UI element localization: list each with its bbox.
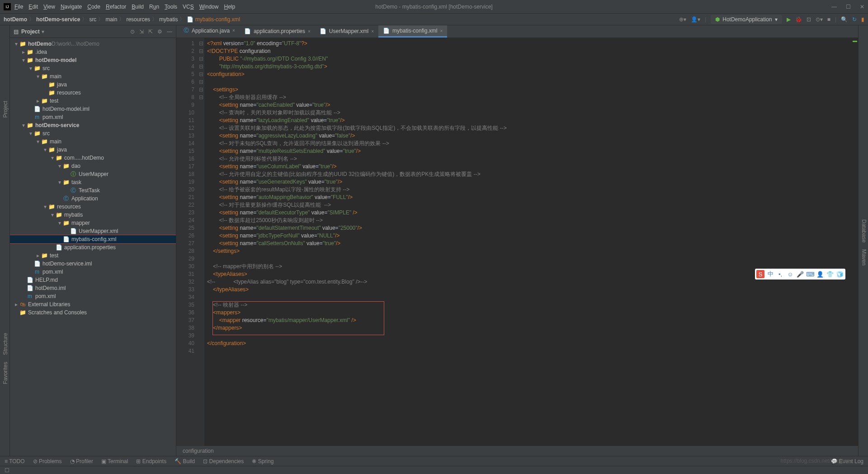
tree-node[interactable]: ▸📁test [10,97,176,105]
menu-help[interactable]: Help [224,4,235,10]
ime-voice-icon[interactable]: 🎤 [796,270,804,278]
tool-spring[interactable]: ❋ Spring [252,458,274,465]
crumb-root[interactable]: hotDemo [4,16,27,23]
code-content[interactable]: <?xml version="1.0" encoding="UTF-8"?><!… [204,38,852,446]
tree-node[interactable]: 📄HELP.md [10,276,176,284]
ime-toolbar[interactable]: S 中 •, ☺ 🎤 ⌨ 👤 👕 🧊 [755,269,845,280]
tree-node[interactable]: mpom.xml [10,292,176,300]
tree-node[interactable]: ▾📁dao [10,162,176,170]
main-menu[interactable]: File Edit View Navigate Code Refactor Bu… [14,4,235,10]
ime-user-icon[interactable]: 👤 [816,270,824,278]
debug-button[interactable]: 🐞 [795,16,802,23]
project-tree[interactable]: ▾📁hotDemo D:\work\...\hotDemo▸📁.idea▾📁ho… [10,38,176,456]
tree-node[interactable]: ▾📁main [10,72,176,81]
editor-tabs[interactable]: ⒸApplication.java×📄application.propertie… [176,25,858,38]
tree-node[interactable]: ▾📁hotDemo-model [10,56,176,64]
tree-node[interactable]: 📄application.properties [10,243,176,251]
tree-node[interactable]: 📄hotDemo-model.iml [10,105,176,113]
tree-node[interactable]: 📄hotDemo.iml [10,284,176,292]
tree-node[interactable]: mpom.xml [10,268,176,276]
editor-tab[interactable]: 📄UserMapper.xml× [315,26,378,38]
close-button[interactable]: ✕ [860,4,864,10]
tree-node[interactable]: 📄hotDemo-service.iml [10,260,176,268]
menu-run[interactable]: Run [149,4,159,10]
tool-favorites[interactable]: Favorites [1,359,9,387]
update-icon[interactable]: ↻ [852,16,857,23]
tool-database[interactable]: Database [860,217,868,245]
ide-icon[interactable]: ▮ [861,16,864,23]
menu-navigate[interactable]: Navigate [61,4,82,10]
collapse-icon[interactable]: ⇱ [148,28,153,35]
tree-node[interactable]: ▾📁main [10,137,176,146]
tree-node[interactable]: ▸📁.idea [10,48,176,56]
tree-node[interactable]: 📁java [10,81,176,89]
crumb-mybatis[interactable]: mybatis [159,16,178,23]
stop-button[interactable]: ■ [827,16,830,23]
crumb-main[interactable]: main [105,16,117,23]
menu-edit[interactable]: Edit [28,4,38,10]
tool-terminal[interactable]: ▣ Terminal [101,458,128,465]
user-icon[interactable]: 👤▾ [691,16,700,23]
editor-tab[interactable]: 📄application.properties× [240,26,315,38]
tree-node[interactable]: ▾📁resources [10,203,176,211]
tree-node[interactable]: ▾📁mybatis [10,211,176,219]
tree-node[interactable]: ▾📁mapper [10,219,176,227]
chevron-down-icon[interactable]: ▾ [42,28,44,35]
tree-node[interactable]: ▾📁java [10,146,176,154]
menu-window[interactable]: Window [199,4,219,10]
editor-breadcrumb[interactable]: configuration [176,446,858,456]
crumb-module[interactable]: hotDemo-service [36,16,80,23]
tree-node[interactable]: ▸📁test [10,251,176,260]
run-configuration-selector[interactable]: ⬢ HotDemoApplication ▾ [711,15,782,24]
tree-node[interactable]: 📁resources [10,89,176,97]
menu-build[interactable]: Build [132,4,144,10]
tree-node[interactable]: ▾📁task [10,178,176,186]
tree-node[interactable]: ▾📁src [10,129,176,137]
locate-icon[interactable]: ⊙ [130,28,135,35]
menu-refactor[interactable]: Refactor [106,4,126,10]
maximize-button[interactable]: ☐ [846,4,851,10]
tree-node[interactable]: ▾📁src [10,64,176,72]
coverage-button[interactable]: ⊡ [807,16,811,23]
tree-node[interactable]: ⒾUserMapper [10,170,176,178]
menu-vcs[interactable]: VCS [183,4,194,10]
tree-node[interactable]: ▾📁hotDemo-service [10,121,176,129]
search-icon[interactable]: 🔍 [841,16,848,23]
ime-emoji-icon[interactable]: ☺ [786,270,794,278]
tool-endpoints[interactable]: ⊞ Endpoints [136,458,166,465]
tree-node[interactable]: 📄mybatis-config.xml [10,235,176,243]
tree-node[interactable]: ▸🛍External Libraries [10,300,176,308]
tool-maven[interactable]: Maven [860,246,868,268]
settings-icon[interactable]: ⚙ [157,28,162,35]
tree-node[interactable]: ⒸApplication [10,194,176,203]
profile-button[interactable]: ⊙▾ [816,16,823,23]
menu-file[interactable]: File [14,4,23,10]
add-config-icon[interactable]: ⊕▾ [679,16,686,23]
status-icon[interactable]: ☐ [5,467,9,474]
crumb-src[interactable]: src [89,16,96,23]
tool-structure[interactable]: Structure [1,330,9,358]
menu-view[interactable]: View [43,4,55,10]
crumb-file[interactable]: 📄 mybatis-config.xml [187,16,240,23]
minimize-button[interactable]: — [831,4,837,10]
expand-icon[interactable]: ⇲ [139,28,144,35]
tool-problems[interactable]: ⊘ Problems [33,458,62,465]
tree-node[interactable]: 📄UserMapper.xml [10,227,176,235]
tree-node[interactable]: ▾📁com.....hotDemo [10,154,176,162]
editor-tab[interactable]: ⒸApplication.java× [179,24,240,38]
ime-cn-icon[interactable]: 中 [766,270,774,278]
tool-project[interactable]: Project [1,98,9,120]
tool-todo[interactable]: ≡ TODO [5,458,25,465]
tool-dependencies[interactable]: ⊡ Dependencies [203,458,244,465]
hide-icon[interactable]: — [167,28,172,35]
ime-keyboard-icon[interactable]: ⌨ [806,270,814,278]
crumb-resources[interactable]: resources [126,16,150,23]
ime-toolbox-icon[interactable]: 🧊 [836,270,844,278]
menu-code[interactable]: Code [87,4,100,10]
ime-punct-icon[interactable]: •, [776,270,784,278]
ime-skin-icon[interactable]: 👕 [826,270,834,278]
tree-node[interactable]: ▾📁hotDemo D:\work\...\hotDemo [10,40,176,48]
editor-tab[interactable]: 📄mybatis-config.xml× [378,25,447,38]
menu-tools[interactable]: Tools [165,4,177,10]
tool-profiler[interactable]: ◔ Profiler [70,458,93,465]
